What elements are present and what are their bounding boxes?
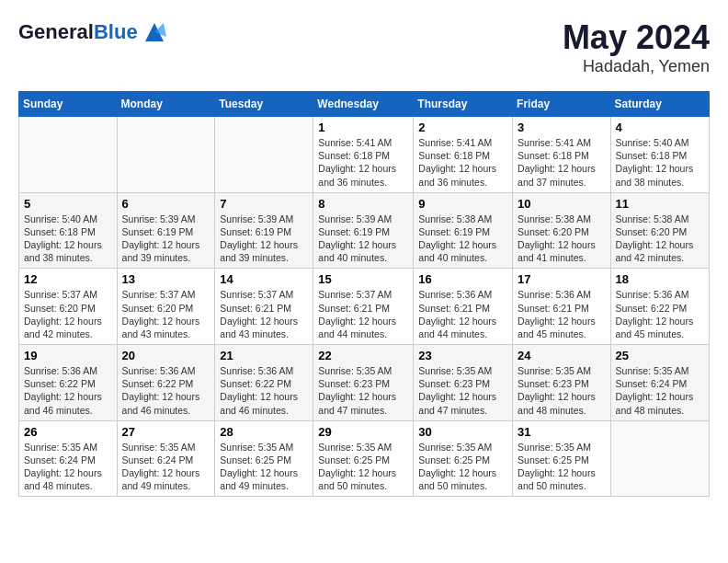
day-number: 18 bbox=[616, 272, 704, 286]
day-number: 3 bbox=[518, 121, 606, 134]
calendar-day-cell: 29Sunrise: 5:35 AM Sunset: 6:25 PM Dayli… bbox=[313, 420, 414, 497]
day-info: Sunrise: 5:35 AM Sunset: 6:25 PM Dayligh… bbox=[418, 441, 507, 493]
day-info: Sunrise: 5:35 AM Sunset: 6:25 PM Dayligh… bbox=[220, 441, 308, 493]
calendar-day-cell: 6Sunrise: 5:39 AM Sunset: 6:19 PM Daylig… bbox=[117, 192, 215, 269]
calendar-day-cell: 8Sunrise: 5:39 AM Sunset: 6:19 PM Daylig… bbox=[313, 192, 414, 269]
day-number: 23 bbox=[418, 349, 507, 362]
weekday-header-cell: Saturday bbox=[610, 92, 709, 117]
day-info: Sunrise: 5:40 AM Sunset: 6:18 PM Dayligh… bbox=[24, 213, 112, 265]
calendar-day-cell: 9Sunrise: 5:38 AM Sunset: 6:19 PM Daylig… bbox=[414, 192, 513, 269]
day-info: Sunrise: 5:36 AM Sunset: 6:22 PM Dayligh… bbox=[24, 364, 112, 417]
logo-text: GeneralBlue bbox=[18, 21, 138, 43]
calendar-day-cell: 11Sunrise: 5:38 AM Sunset: 6:20 PM Dayli… bbox=[610, 192, 709, 269]
logo-icon bbox=[141, 18, 168, 46]
calendar-header-row: SundayMondayTuesdayWednesdayThursdayFrid… bbox=[19, 92, 710, 117]
day-number: 20 bbox=[122, 349, 210, 362]
day-number: 25 bbox=[616, 349, 704, 362]
page-header: GeneralBlue May 2024 Hadadah, Yemen bbox=[18, 18, 710, 76]
calendar-day-cell: 15Sunrise: 5:37 AM Sunset: 6:21 PM Dayli… bbox=[313, 269, 414, 345]
calendar-day-cell: 28Sunrise: 5:35 AM Sunset: 6:25 PM Dayli… bbox=[215, 420, 313, 497]
day-info: Sunrise: 5:39 AM Sunset: 6:19 PM Dayligh… bbox=[318, 213, 408, 265]
calendar-day-cell: 24Sunrise: 5:35 AM Sunset: 6:23 PM Dayli… bbox=[513, 345, 611, 421]
day-info: Sunrise: 5:35 AM Sunset: 6:23 PM Dayligh… bbox=[418, 364, 507, 417]
day-number: 16 bbox=[418, 272, 507, 286]
weekday-header-cell: Sunday bbox=[19, 92, 118, 117]
day-number: 5 bbox=[24, 197, 112, 211]
logo: GeneralBlue bbox=[18, 18, 168, 46]
day-info: Sunrise: 5:35 AM Sunset: 6:24 PM Dayligh… bbox=[122, 441, 210, 493]
day-info: Sunrise: 5:41 AM Sunset: 6:18 PM Dayligh… bbox=[318, 136, 408, 189]
day-info: Sunrise: 5:37 AM Sunset: 6:20 PM Dayligh… bbox=[24, 288, 112, 340]
day-number: 21 bbox=[220, 349, 308, 362]
day-number: 29 bbox=[318, 425, 408, 439]
calendar-day-cell: 12Sunrise: 5:37 AM Sunset: 6:20 PM Dayli… bbox=[19, 269, 118, 345]
day-number: 10 bbox=[518, 197, 606, 211]
calendar-day-cell: 1Sunrise: 5:41 AM Sunset: 6:18 PM Daylig… bbox=[313, 117, 414, 193]
calendar-day-cell: 20Sunrise: 5:36 AM Sunset: 6:22 PM Dayli… bbox=[117, 345, 215, 421]
day-info: Sunrise: 5:36 AM Sunset: 6:22 PM Dayligh… bbox=[220, 364, 308, 417]
day-info: Sunrise: 5:35 AM Sunset: 6:25 PM Dayligh… bbox=[518, 441, 606, 493]
day-number: 22 bbox=[318, 349, 408, 362]
day-number: 9 bbox=[418, 197, 507, 211]
day-number: 11 bbox=[616, 197, 704, 211]
day-info: Sunrise: 5:39 AM Sunset: 6:19 PM Dayligh… bbox=[122, 213, 210, 265]
day-info: Sunrise: 5:39 AM Sunset: 6:19 PM Dayligh… bbox=[220, 213, 308, 265]
calendar-day-cell: 5Sunrise: 5:40 AM Sunset: 6:18 PM Daylig… bbox=[19, 192, 118, 269]
location: Hadadah, Yemen bbox=[563, 57, 710, 76]
calendar-day-cell: 18Sunrise: 5:36 AM Sunset: 6:22 PM Dayli… bbox=[610, 269, 709, 345]
calendar-day-cell: 22Sunrise: 5:35 AM Sunset: 6:23 PM Dayli… bbox=[313, 345, 414, 421]
day-info: Sunrise: 5:36 AM Sunset: 6:21 PM Dayligh… bbox=[418, 288, 507, 340]
calendar-day-cell bbox=[19, 117, 118, 193]
calendar-day-cell bbox=[610, 420, 709, 497]
calendar-day-cell: 17Sunrise: 5:36 AM Sunset: 6:21 PM Dayli… bbox=[513, 269, 611, 345]
day-info: Sunrise: 5:37 AM Sunset: 6:21 PM Dayligh… bbox=[318, 288, 408, 340]
day-number: 1 bbox=[318, 121, 408, 134]
calendar-day-cell: 31Sunrise: 5:35 AM Sunset: 6:25 PM Dayli… bbox=[513, 420, 611, 497]
calendar-day-cell bbox=[215, 117, 313, 193]
day-number: 30 bbox=[418, 425, 507, 439]
title-block: May 2024 Hadadah, Yemen bbox=[563, 18, 710, 76]
day-info: Sunrise: 5:38 AM Sunset: 6:20 PM Dayligh… bbox=[518, 213, 606, 265]
day-number: 15 bbox=[318, 272, 408, 286]
day-info: Sunrise: 5:35 AM Sunset: 6:24 PM Dayligh… bbox=[616, 364, 704, 417]
day-number: 17 bbox=[518, 272, 606, 286]
calendar-day-cell: 14Sunrise: 5:37 AM Sunset: 6:21 PM Dayli… bbox=[215, 269, 313, 345]
calendar-day-cell: 10Sunrise: 5:38 AM Sunset: 6:20 PM Dayli… bbox=[513, 192, 611, 269]
day-number: 6 bbox=[122, 197, 210, 211]
calendar-day-cell: 7Sunrise: 5:39 AM Sunset: 6:19 PM Daylig… bbox=[215, 192, 313, 269]
calendar-week-row: 1Sunrise: 5:41 AM Sunset: 6:18 PM Daylig… bbox=[19, 117, 710, 193]
day-number: 12 bbox=[24, 272, 112, 286]
weekday-header-cell: Monday bbox=[117, 92, 215, 117]
day-number: 26 bbox=[24, 425, 112, 439]
day-number: 7 bbox=[220, 197, 308, 211]
weekday-header-cell: Thursday bbox=[414, 92, 513, 117]
day-info: Sunrise: 5:37 AM Sunset: 6:21 PM Dayligh… bbox=[220, 288, 308, 340]
calendar-week-row: 5Sunrise: 5:40 AM Sunset: 6:18 PM Daylig… bbox=[19, 192, 710, 269]
day-number: 28 bbox=[220, 425, 308, 439]
day-info: Sunrise: 5:36 AM Sunset: 6:22 PM Dayligh… bbox=[616, 288, 704, 340]
day-number: 14 bbox=[220, 272, 308, 286]
day-number: 2 bbox=[418, 121, 507, 134]
calendar-day-cell: 16Sunrise: 5:36 AM Sunset: 6:21 PM Dayli… bbox=[414, 269, 513, 345]
calendar-day-cell bbox=[117, 117, 215, 193]
calendar-day-cell: 3Sunrise: 5:41 AM Sunset: 6:18 PM Daylig… bbox=[513, 117, 611, 193]
calendar-day-cell: 23Sunrise: 5:35 AM Sunset: 6:23 PM Dayli… bbox=[414, 345, 513, 421]
day-number: 13 bbox=[122, 272, 210, 286]
day-number: 24 bbox=[518, 349, 606, 362]
calendar-day-cell: 19Sunrise: 5:36 AM Sunset: 6:22 PM Dayli… bbox=[19, 345, 118, 421]
weekday-header-cell: Tuesday bbox=[215, 92, 313, 117]
day-info: Sunrise: 5:37 AM Sunset: 6:20 PM Dayligh… bbox=[122, 288, 210, 340]
calendar-table: SundayMondayTuesdayWednesdayThursdayFrid… bbox=[18, 91, 710, 497]
day-info: Sunrise: 5:36 AM Sunset: 6:22 PM Dayligh… bbox=[122, 364, 210, 417]
calendar-day-cell: 13Sunrise: 5:37 AM Sunset: 6:20 PM Dayli… bbox=[117, 269, 215, 345]
day-info: Sunrise: 5:35 AM Sunset: 6:25 PM Dayligh… bbox=[318, 441, 408, 493]
day-number: 19 bbox=[24, 349, 112, 362]
calendar-body: 1Sunrise: 5:41 AM Sunset: 6:18 PM Daylig… bbox=[19, 117, 710, 497]
day-info: Sunrise: 5:35 AM Sunset: 6:23 PM Dayligh… bbox=[318, 364, 408, 417]
day-number: 4 bbox=[616, 121, 704, 134]
day-info: Sunrise: 5:38 AM Sunset: 6:19 PM Dayligh… bbox=[418, 213, 507, 265]
calendar-day-cell: 25Sunrise: 5:35 AM Sunset: 6:24 PM Dayli… bbox=[610, 345, 709, 421]
calendar-week-row: 26Sunrise: 5:35 AM Sunset: 6:24 PM Dayli… bbox=[19, 420, 710, 497]
day-number: 31 bbox=[518, 425, 606, 439]
month-title: May 2024 bbox=[563, 18, 710, 57]
